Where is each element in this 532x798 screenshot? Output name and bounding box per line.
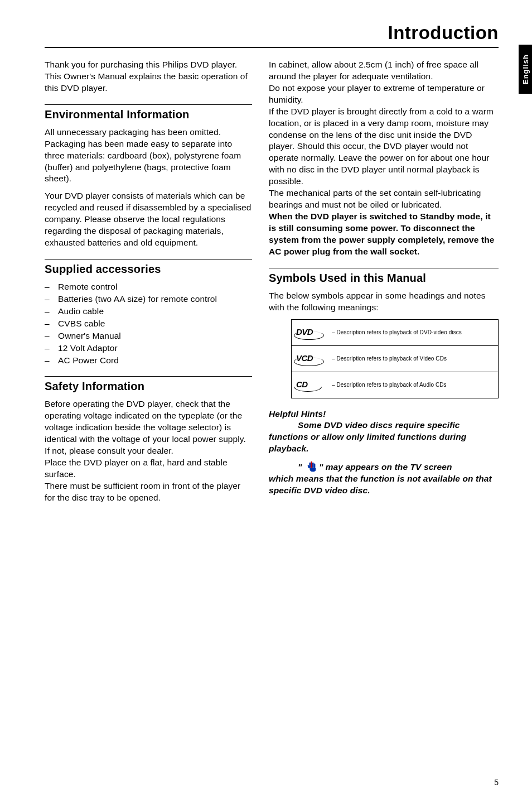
hints-heading: Helpful Hints! xyxy=(269,408,499,420)
language-tab: English xyxy=(519,45,532,94)
hints-paragraph-3: which means that the function is not ava… xyxy=(269,473,499,497)
hints-paragraph-2: " " may appears on the TV screen xyxy=(269,460,499,473)
supplied-list: Remote control Batteries (two AA size) f… xyxy=(45,281,252,366)
svg-rect-3 xyxy=(314,464,316,468)
left-column: Thank you for purchasing this Philips DV… xyxy=(45,59,252,509)
title-rule xyxy=(45,47,499,48)
hints-paragraph-1: Some DVD video discs require specific fu… xyxy=(269,420,499,455)
list-item: AC Power Cord xyxy=(45,355,252,367)
symbols-intro: The below symbols appear in some heading… xyxy=(269,290,499,314)
symbols-table: DVD – Description refers to playback of … xyxy=(291,319,499,398)
env-paragraph-2: Your DVD player consists of materials wh… xyxy=(45,190,252,249)
section-rule xyxy=(45,376,252,377)
env-paragraph-1: All unnecessary packaging has been omitt… xyxy=(45,127,252,185)
page-number: 5 xyxy=(494,778,499,787)
env-heading: Environmental Information xyxy=(45,107,252,122)
section-rule xyxy=(45,104,252,105)
safety-heading: Safety Information xyxy=(45,379,252,394)
symbols-heading: Symbols Used in this Manual xyxy=(269,271,499,286)
right-paragraph-3: If the DVD player is brought directly fr… xyxy=(269,106,499,188)
supplied-heading: Supplied accessories xyxy=(45,262,252,277)
cd-disc-icon: CD xyxy=(296,379,324,391)
safety-paragraph-1: Before operating the DVD player, check t… xyxy=(45,398,252,457)
list-item: Remote control xyxy=(45,281,252,293)
right-paragraph-2: Do not expose your player to extreme of … xyxy=(269,83,499,106)
list-item: Batteries (two AA size) for remote contr… xyxy=(45,294,252,305)
right-bold-warning: When the DVD player is switched to Stand… xyxy=(269,211,499,258)
intro-paragraph: Thank you for purchasing this Philips DV… xyxy=(45,59,252,94)
svg-rect-0 xyxy=(311,462,312,468)
table-row: CD – Description refers to playback of A… xyxy=(292,372,498,398)
right-paragraph-4: The mechanical parts of the set contain … xyxy=(269,188,499,211)
right-paragraph-1: In cabinet, allow about 2.5cm (1 inch) o… xyxy=(269,59,499,83)
safety-paragraph-2: Place the DVD player on a flat, hard and… xyxy=(45,457,252,480)
svg-rect-2 xyxy=(312,463,314,468)
table-row: DVD – Description refers to playback of … xyxy=(292,320,498,346)
symbol-desc: – Description refers to playback of Vide… xyxy=(332,355,494,363)
safety-paragraph-3: There must be sufficient room in front o… xyxy=(45,480,252,504)
symbol-desc: – Description refers to playback of DVD-… xyxy=(332,329,494,336)
hand-stop-icon xyxy=(306,460,318,473)
page-title: Introduction xyxy=(388,22,499,43)
symbol-desc: – Description refers to playback of Audi… xyxy=(332,381,494,389)
list-item: Audio cable xyxy=(45,306,252,318)
vcd-disc-icon: VCD xyxy=(296,353,324,365)
right-column: In cabinet, allow about 2.5cm (1 inch) o… xyxy=(269,59,499,509)
list-item: Owner's Manual xyxy=(45,330,252,342)
section-rule xyxy=(45,259,252,259)
list-item: CVBS cable xyxy=(45,318,252,330)
list-item: 12 Volt Adaptor xyxy=(45,343,252,354)
section-rule xyxy=(269,268,499,268)
dvd-disc-icon: DVD xyxy=(296,326,324,339)
table-row: VCD – Description refers to playback of … xyxy=(292,346,498,372)
